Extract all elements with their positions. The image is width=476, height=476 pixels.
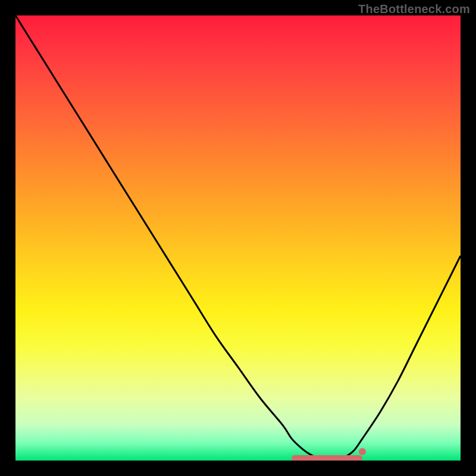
chart-frame: TheBottleneck.com bbox=[0, 0, 476, 476]
plot-area bbox=[15, 15, 461, 461]
bottleneck-curve bbox=[15, 15, 461, 461]
curve-marker-dot bbox=[359, 448, 366, 455]
watermark-text: TheBottleneck.com bbox=[358, 2, 470, 16]
optimal-range-marker bbox=[292, 455, 363, 461]
